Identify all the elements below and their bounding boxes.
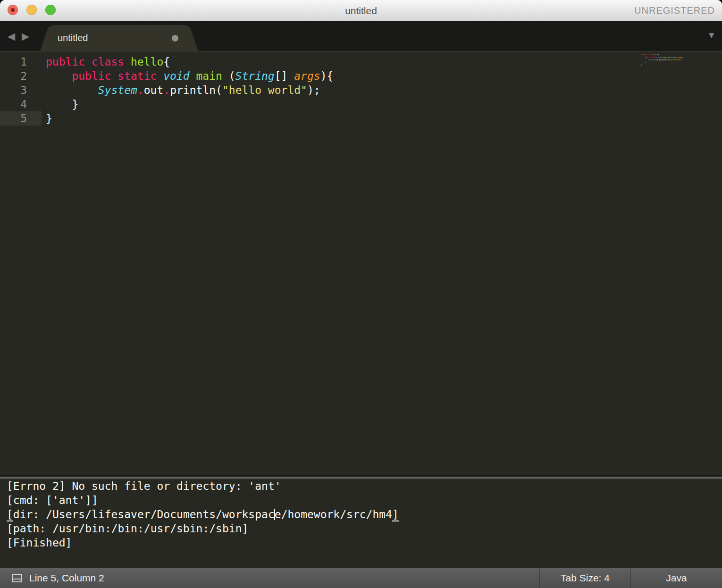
modified-dot-icon — [172, 35, 178, 42]
app-window: untitled UNREGISTERED ◀ ▶ untitled ▼ 1pu… — [0, 0, 722, 588]
text-caret — [274, 509, 275, 520]
code-line[interactable]: 1public class hello{ — [0, 55, 722, 69]
console-line: [path: /usr/bin:/bin:/usr/sbin:/sbin] — [0, 521, 722, 536]
code-lines: 1public class hello{2 public static void… — [641, 53, 721, 66]
language-button[interactable]: Java — [631, 568, 722, 588]
code-text: public static void main (String[] args){ — [46, 69, 333, 83]
code-text: System.out.println("hello world"); — [46, 83, 320, 97]
console-lines: [Errno 2] No such file or directory: 'an… — [0, 479, 722, 550]
tab-overflow-button[interactable]: ▼ — [707, 21, 716, 51]
console-line: [Errno 2] No such file or directory: 'an… — [0, 479, 722, 493]
code-text: System.out.println("hello world"); — [641, 59, 681, 61]
panel-toggle-icon[interactable] — [12, 574, 22, 582]
code-text: } — [46, 97, 78, 111]
forward-icon: ▶ — [22, 31, 29, 42]
tab-label: untitled — [58, 25, 88, 51]
code-line[interactable]: 4 } — [0, 97, 722, 111]
line-number: 5 — [0, 111, 42, 126]
panel-divider[interactable] — [0, 475, 722, 479]
back-button[interactable]: ◀ — [8, 21, 15, 51]
tab-size-button[interactable]: Tab Size: 4 — [540, 568, 630, 588]
console-line: [Finished] — [0, 536, 722, 550]
status-bar: Line 5, Column 2 Tab Size: 4 Java — [0, 568, 722, 588]
line-number: 4 — [0, 97, 42, 111]
line-number: 3 — [0, 83, 42, 97]
code-text: } — [46, 111, 52, 126]
chevron-down-icon: ▼ — [707, 30, 716, 40]
code-text: } — [641, 64, 642, 66]
indent-guide — [74, 83, 74, 97]
unregistered-label: UNREGISTERED — [634, 0, 715, 21]
minimap[interactable]: 1public class hello{2 public static void… — [641, 53, 721, 79]
title-bar: untitled UNREGISTERED — [0, 0, 722, 21]
indent-guide — [48, 69, 48, 111]
code-line[interactable]: 5} — [0, 111, 722, 126]
code-lines: 1public class hello{2 public static void… — [0, 55, 722, 126]
line-number: 2 — [0, 69, 42, 83]
code-text: public class hello{ — [46, 55, 170, 69]
tab-untitled[interactable]: untitled — [40, 25, 198, 51]
code-line[interactable]: 5} — [641, 64, 721, 66]
console-line: [cmd: ['ant']] — [0, 493, 722, 507]
line-number: 1 — [0, 55, 42, 69]
tab-bar: ◀ ▶ untitled ▼ — [0, 21, 722, 52]
cursor-position-label: Line 5, Column 2 — [29, 568, 104, 588]
build-output-panel[interactable]: [Errno 2] No such file or directory: 'an… — [0, 479, 722, 568]
code-line[interactable]: 2 public static void main (String[] args… — [0, 69, 722, 83]
forward-button[interactable]: ▶ — [22, 21, 29, 51]
code-line[interactable]: 3 System.out.println("hello world"); — [0, 83, 722, 97]
back-icon: ◀ — [8, 31, 15, 42]
window-title: untitled — [0, 0, 722, 21]
console-line: [dir: /Users/lifesaver/Documents/workspa… — [0, 507, 722, 521]
code-editor[interactable]: 1public class hello{2 public static void… — [0, 52, 722, 475]
